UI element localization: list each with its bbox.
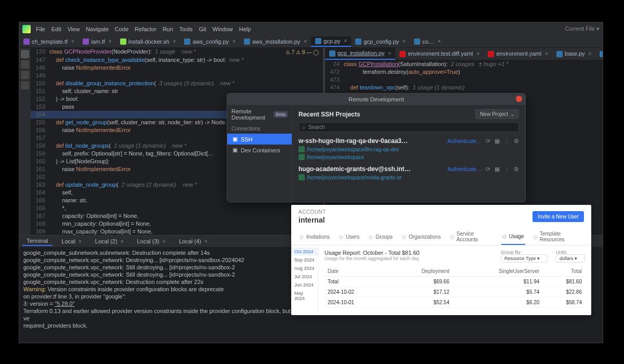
menu-code[interactable]: Code [112,25,132,33]
search-input[interactable]: ⌕ Search [298,122,519,132]
authenticate-link[interactable]: Authenticate… [447,166,482,172]
tab-iam.tf[interactable]: iam.tf× [79,37,116,46]
tab-install-docker.sh[interactable]: install-docker.sh× [116,37,180,46]
close-icon[interactable]: × [388,49,392,57]
menu-view[interactable]: View [64,25,83,33]
units-select[interactable]: dollars ▾ [556,254,585,263]
gear-icon[interactable]: ⚙ [514,166,519,173]
tab-gcp.py[interactable]: gcp.py× [311,36,351,47]
col-total: Total [542,266,585,277]
terminal-tab-2[interactable]: Local (2) × [91,237,128,245]
sidebar-item-ssh[interactable]: ▣SSH [227,134,292,145]
editor-tabs-right: gcp_installation.py×environment.test.dif… [325,48,603,60]
terminal-tab-1[interactable]: Local × [58,237,86,245]
menu-tools[interactable]: Tools [176,25,196,33]
vcs-tool-icon[interactable] [21,71,29,79]
col-singleuserserver: SingleUserServer [452,266,542,277]
close-icon[interactable]: × [232,38,236,44]
breadcrumb: ACCOUNT [298,209,326,215]
run-config[interactable]: Current File ▾ [565,25,600,32]
page-title: internal [298,216,326,224]
tab-ch_template.tf[interactable]: ch_template.tf× [19,37,79,46]
month-Jun-2024[interactable]: Jun 2024 [291,281,318,289]
tab-organizations[interactable]: ◇Organizations [401,228,442,245]
close-icon[interactable]: × [477,50,480,58]
month-Sep-2024[interactable]: Sep 2024 [291,256,318,264]
tab-base.py[interactable]: base.py× [552,48,595,59]
refresh-icon[interactable]: ⟳ [486,138,490,145]
tab-aws_installation.py[interactable]: aws_installation.py× [240,37,311,46]
tab-aws_config.py[interactable]: aws_config.py× [180,37,240,46]
month-Oct-2024[interactable]: Oct 2024 [291,248,318,256]
gear-icon[interactable]: ⚙ [514,138,519,145]
ssh-project[interactable]: hugo-academic-grants-dev@ssh.int…Authent… [298,165,519,180]
organizations-icon: ◇ [402,234,407,239]
tab-usage[interactable]: ◇Usage [501,228,525,245]
menu-refactor[interactable]: Refactor [132,25,160,33]
ide-logo [22,25,31,33]
close-icon[interactable] [516,96,522,102]
close-icon[interactable]: × [71,38,74,44]
menu-edit[interactable]: Edit [48,25,64,33]
month-Jul-2024[interactable]: Jul 2024 [291,272,318,281]
tab-gcp_config.py[interactable]: gcp_config.py× [351,37,410,46]
tab-template-resources[interactable]: ◇Template Resources [532,228,584,245]
project-tool-icon[interactable] [21,50,29,58]
chevron-down-icon: ⌄ [510,111,514,117]
month-May-2024[interactable]: May 2024 [291,289,318,303]
tf-file-icon [23,38,30,45]
structure-tool-icon[interactable] [21,60,29,69]
container-icon: ▣ [232,147,238,153]
tab-aws.py[interactable]: aws.py× [595,48,603,59]
tab-service-accounts[interactable]: ◇Service Accounts [449,228,494,245]
ssh-project[interactable]: w-ssh-hugo-llm-rag-qa-dev-0acaa3…Authent… [298,137,519,160]
tab-environment.yaml[interactable]: environment.yaml× [484,48,552,59]
more-icon[interactable]: ⋮ [504,166,510,173]
py-file-icon [355,38,361,45]
menu-window[interactable]: Window [210,25,236,33]
close-icon[interactable]: × [304,38,307,44]
edit-icon[interactable]: ▦ [495,138,500,145]
tab-groups[interactable]: ◇Groups [368,228,394,245]
terminal-tab-3[interactable]: Local (3) × [133,237,170,245]
terminal-tab-4[interactable]: Local (4) × [175,237,212,245]
menu-help[interactable]: Help [236,25,254,33]
authenticate-link[interactable]: Authenticate… [447,138,482,144]
refresh-icon[interactable]: ⟳ [486,166,490,173]
sidebar-item-dev-containers[interactable]: ▣Dev Containers [227,145,292,155]
invitations-icon: ◇ [300,234,305,239]
tab-invitations[interactable]: ◇Invitations [298,228,331,245]
yml-file-icon [488,51,494,57]
more-icon[interactable]: ⋮ [504,138,510,145]
close-icon[interactable]: × [589,50,592,58]
dialog-title: Remote Development [227,94,525,105]
tab-users[interactable]: ◇Users [338,228,360,245]
menu-navigate[interactable]: Navigate [83,25,111,33]
menu-git[interactable]: Git [196,25,210,33]
project-path[interactable]: /home/jovyan/workspace [298,154,519,160]
editor-tabs-left: ch_template.tf×iam.tf×install-docker.sh×… [19,35,603,48]
project-path[interactable]: /home/jovyan/workspace/nvidia-grants-or [298,174,519,180]
more-tool-icon[interactable] [21,81,29,89]
month-Aug-2024[interactable]: Aug 2024 [291,264,318,272]
menu-file[interactable]: File [33,25,48,33]
close-icon[interactable]: × [173,38,176,44]
group-by-select[interactable]: Resource Type ▾ [501,254,548,263]
invite-user-button[interactable]: Invite a New User [532,211,584,222]
tab-gcp_installation.py[interactable]: gcp_installation.py× [325,48,395,60]
tab-co…[interactable]: co…× [410,37,445,46]
close-icon[interactable]: × [109,38,112,44]
project-path[interactable]: /home/jovyan/workspace/llm-rag-qa-dev [298,146,519,152]
tab-environment.test.diff.yaml[interactable]: environment.test.diff.yaml× [395,48,484,59]
new-project-button[interactable]: New Project ⌄ [475,109,519,119]
yml-file-icon [399,51,406,57]
template resources-icon: ◇ [534,234,538,239]
remote-dev-dialog: Remote Development Remote Development Be… [227,93,526,202]
close-icon[interactable]: × [438,38,441,44]
terminal-tab-0[interactable]: Terminal [22,237,53,246]
menu-run[interactable]: Run [160,25,176,33]
edit-icon[interactable]: ▦ [495,166,500,173]
close-icon[interactable]: × [545,50,548,58]
close-icon[interactable]: × [344,38,347,44]
close-icon[interactable]: × [402,38,406,44]
